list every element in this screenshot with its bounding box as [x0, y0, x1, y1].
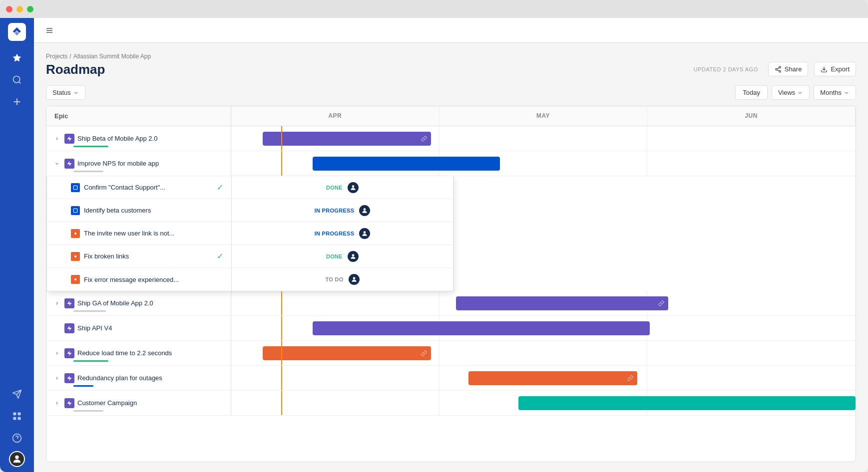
- gantt-bar[interactable]: [313, 321, 650, 335]
- svg-point-20: [352, 254, 355, 256]
- timeline-area: [231, 316, 856, 340]
- status-badge: TO DO: [325, 276, 343, 282]
- expand-button[interactable]: [54, 374, 61, 383]
- sidebar-item-create[interactable]: [8, 93, 26, 111]
- nav-bar: [34, 18, 868, 43]
- share-button[interactable]: Share: [768, 62, 809, 76]
- svg-point-14: [352, 185, 355, 188]
- maximize-dot[interactable]: [27, 6, 33, 12]
- row-name: Confirm "Contact Support"...: [84, 184, 213, 191]
- status-cell: IN PROGRESS: [232, 199, 453, 222]
- hamburger-button[interactable]: [42, 23, 57, 38]
- breadcrumb-project-name[interactable]: Atlassian Summit Mobile App: [73, 53, 151, 60]
- sidebar-item-help[interactable]: [8, 429, 26, 447]
- svg-line-11: [777, 67, 779, 68]
- story-icon: [71, 183, 80, 192]
- sidebar-logo[interactable]: [8, 23, 26, 41]
- epic-cell: Improve NPS for mobile app: [46, 151, 231, 176]
- page-title: Roadmap: [46, 62, 105, 77]
- months-chevron-icon: [844, 90, 850, 96]
- expand-button[interactable]: [54, 399, 61, 408]
- page-header: Roadmap UPDATED 2 DAYS AGO Share: [46, 62, 856, 77]
- progress-bar: [73, 171, 103, 172]
- jira-icon: [11, 26, 22, 37]
- breadcrumb-projects[interactable]: Projects: [46, 53, 67, 60]
- row-name: Ship API V4: [77, 324, 112, 332]
- svg-rect-4: [18, 417, 21, 420]
- svg-point-6: [15, 456, 18, 459]
- epic-cell: Fix error message experienced...: [47, 268, 232, 291]
- gantt-bar[interactable]: [263, 132, 432, 146]
- minimize-dot[interactable]: [16, 6, 23, 12]
- expand-button[interactable]: [54, 299, 61, 308]
- today-line: [281, 126, 282, 151]
- svg-rect-13: [73, 186, 77, 190]
- table-row: Fix error message experienced... TO DO: [47, 268, 453, 291]
- gantt-bar[interactable]: [518, 396, 856, 410]
- grid-icon: [12, 411, 22, 421]
- row-name: Reduce load time to 2.2 seconds: [77, 349, 172, 357]
- expand-button[interactable]: [54, 349, 61, 358]
- main-area: Projects / Atlassian Summit Mobile App R…: [34, 18, 868, 472]
- svg-rect-1: [13, 413, 16, 416]
- check-icon: ✓: [217, 183, 223, 192]
- epic-cell: Customer Campaign: [46, 391, 231, 415]
- toolbar-right: Today Views Months: [735, 85, 856, 100]
- epic-icon: [64, 298, 74, 308]
- story-icon: [71, 206, 80, 215]
- table-row: Ship API V4: [46, 316, 856, 341]
- epic-cell: Redundancy plan for outages: [46, 366, 231, 390]
- close-dot[interactable]: [6, 6, 12, 12]
- content-area: Projects / Atlassian Summit Mobile App R…: [34, 43, 868, 472]
- assignee-avatar: [348, 182, 359, 193]
- status-badge: DONE: [326, 253, 343, 259]
- export-button[interactable]: Export: [814, 62, 856, 76]
- progress-bar: [73, 385, 93, 387]
- sidebar-item-apps[interactable]: [8, 407, 26, 425]
- timeline-area: [231, 391, 856, 415]
- timeline-area: [231, 291, 856, 315]
- bug-icon: [71, 275, 80, 284]
- svg-point-18: [364, 231, 366, 234]
- sidebar-item-send[interactable]: [8, 385, 26, 403]
- gantt-bar[interactable]: [456, 296, 668, 310]
- gantt-bar[interactable]: [468, 371, 637, 385]
- today-button[interactable]: Today: [735, 85, 768, 100]
- svg-rect-2: [18, 413, 21, 416]
- svg-point-0: [13, 76, 20, 83]
- gantt-bar[interactable]: [263, 346, 432, 360]
- views-button[interactable]: Views: [772, 85, 810, 100]
- gantt-body: Ship Beta of Mobile App 2.0: [46, 126, 856, 462]
- lightning-icon: [66, 400, 72, 406]
- epic-cell: Confirm "Contact Support"... ✓: [47, 176, 232, 199]
- epic-cell: Ship GA of Mobile App 2.0: [46, 291, 231, 315]
- epic-cell: Reduce load time to 2.2 seconds: [46, 341, 231, 365]
- epic-icon: [64, 373, 74, 383]
- expand-button[interactable]: [54, 134, 61, 143]
- timeline-area: [231, 151, 856, 176]
- svg-point-8: [775, 68, 777, 70]
- row-name: Customer Campaign: [77, 399, 137, 407]
- today-line: [281, 391, 282, 415]
- user-avatar-icon: [11, 454, 22, 465]
- status-badge: IN PROGRESS: [315, 208, 355, 214]
- lightning-icon: [66, 325, 72, 331]
- star-icon: [12, 53, 22, 63]
- bug-icon: [71, 252, 80, 261]
- sidebar-item-star[interactable]: [8, 49, 26, 67]
- sidebar-item-search[interactable]: [8, 71, 26, 89]
- gantt-header: Epic APR MAY JUN: [46, 106, 856, 126]
- link-icon: [658, 300, 664, 306]
- status-cell: TO DO: [232, 268, 453, 291]
- table-row: Ship GA of Mobile App 2.0: [46, 291, 856, 316]
- assignee-avatar: [359, 205, 370, 216]
- collapse-button[interactable]: [54, 159, 61, 168]
- views-chevron-icon: [797, 90, 803, 96]
- avatar[interactable]: [9, 451, 25, 467]
- gantt-bar[interactable]: [313, 157, 500, 171]
- status-filter-button[interactable]: Status: [46, 85, 85, 100]
- svg-point-17: [74, 232, 76, 234]
- app-body: Projects / Atlassian Summit Mobile App R…: [0, 18, 868, 472]
- months-button[interactable]: Months: [814, 85, 856, 100]
- row-name: Identify beta customers: [84, 207, 151, 214]
